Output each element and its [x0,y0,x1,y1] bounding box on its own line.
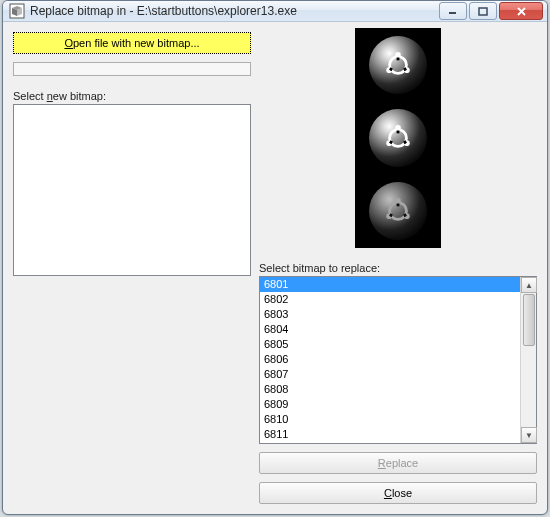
list-item[interactable]: 6810 [260,412,520,427]
close-dialog-button[interactable]: Close [259,482,537,504]
ubuntu-logo-icon [383,196,413,226]
orb-hover [369,109,427,167]
window-buttons [437,2,543,20]
list-item[interactable]: 6804 [260,322,520,337]
window-title: Replace bitmap in - E:\startbuttons\expl… [30,4,437,18]
minimize-icon [448,7,458,15]
dialog-window: Replace bitmap in - E:\startbuttons\expl… [2,0,548,515]
orb-pressed [369,182,427,240]
selnew-post: ew bitmap: [53,90,106,102]
maximize-button[interactable] [469,2,497,20]
minimize-button[interactable] [439,2,467,20]
close-icon [516,7,527,16]
svg-rect-21 [397,204,400,207]
svg-rect-7 [397,57,400,60]
scroll-thumb[interactable] [523,294,535,346]
ubuntu-logo-icon [383,123,413,153]
vertical-scrollbar[interactable]: ▲ ▼ [520,277,536,443]
scroll-up-button[interactable]: ▲ [521,277,537,293]
replace-btn-post: eplace [386,457,418,469]
select-new-bitmap-label: Select new bitmap: [13,90,251,102]
list-item[interactable]: 6801 [260,277,520,292]
select-replace-bitmap-label: Select bitmap to replace: [259,262,537,274]
replace-bitmap-listbox[interactable]: 6801680268036804680568066807680868096810… [259,276,537,444]
list-item[interactable]: 6808 [260,382,520,397]
svg-point-4 [395,52,401,58]
list-item[interactable]: 6811 [260,427,520,442]
content-area: Open file with new bitmap... Select new … [3,22,547,514]
close-button[interactable] [499,2,543,20]
left-column: Open file with new bitmap... Select new … [13,32,251,504]
svg-point-18 [395,198,401,204]
maximize-icon [478,7,488,16]
titlebar[interactable]: Replace bitmap in - E:\startbuttons\expl… [3,1,547,22]
svg-point-11 [395,125,401,131]
ubuntu-logo-icon [383,50,413,80]
list-item[interactable]: 6803 [260,307,520,322]
open-btn-post: pen file with new bitmap... [73,37,200,49]
list-item[interactable]: 6807 [260,367,520,382]
list-item[interactable]: 6802 [260,292,520,307]
close-btn-accel: C [384,487,392,499]
app-icon [9,3,25,19]
close-btn-post: lose [392,487,412,499]
svg-rect-1 [449,12,456,14]
scroll-down-button[interactable]: ▼ [521,427,537,443]
bitmap-preview [355,28,441,248]
selnew-pre: Select [13,90,47,102]
svg-rect-14 [397,130,400,133]
orb-normal [369,36,427,94]
open-btn-accel: O [64,37,73,49]
replace-button[interactable]: Replace [259,452,537,474]
svg-rect-2 [479,8,487,15]
right-column: Select bitmap to replace: 68016802680368… [259,32,537,504]
list-item[interactable]: 6805 [260,337,520,352]
open-file-button[interactable]: Open file with new bitmap... [13,32,251,54]
replace-btn-accel: R [378,457,386,469]
list-item[interactable]: 6809 [260,397,520,412]
replace-bitmap-list-inner: 6801680268036804680568066807680868096810… [260,277,520,443]
progress-bar [13,62,251,76]
list-item[interactable]: 6806 [260,352,520,367]
new-bitmap-listbox[interactable] [13,104,251,276]
